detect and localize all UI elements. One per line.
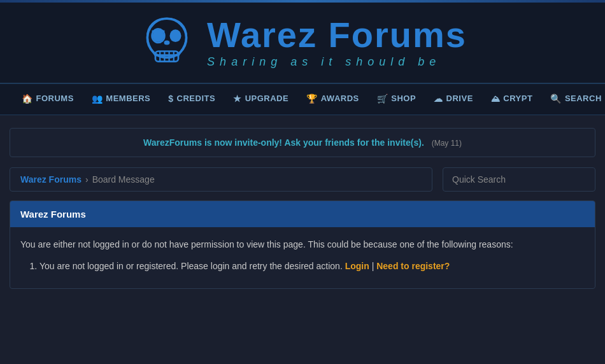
nav-label-shop: SHOP	[391, 94, 416, 103]
nav-label-drive: DRIVE	[446, 94, 473, 103]
nav-label-credits: CREDITS	[177, 94, 216, 103]
breadcrumb: Warez Forums › Board Message	[10, 167, 432, 192]
members-icon: 👥	[92, 94, 103, 104]
upgrade-icon: ★	[233, 94, 242, 104]
site-tagline: Sharing as it should be	[207, 55, 467, 69]
breadcrumb-row: Warez Forums › Board Message	[10, 167, 595, 192]
notice-text: WarezForums is now invite-only! Ask your…	[143, 137, 424, 148]
notice-banner: WarezForums is now invite-only! Ask your…	[10, 128, 595, 157]
reason-item: You are not logged in or registered. Ple…	[39, 259, 585, 274]
nav-item-crypt[interactable]: ⛰ CRYPT	[482, 86, 542, 113]
nav-label-members: MEMBERS	[106, 94, 150, 103]
nav-item-upgrade[interactable]: ★ UPGRADE	[224, 86, 297, 113]
nav-label-awards: AWARDS	[321, 94, 359, 103]
nav-item-search[interactable]: 🔍 SEARCH	[541, 86, 605, 113]
forum-section-body: You are either not logged in or do not h…	[10, 227, 595, 288]
quick-search-input[interactable]	[443, 167, 595, 192]
register-link[interactable]: Need to register?	[376, 261, 450, 271]
nav-label-upgrade: UPGRADE	[245, 94, 289, 103]
logo-text: Warez Forums Sharing as it should be	[207, 17, 467, 69]
svg-point-2	[170, 29, 182, 42]
shop-icon: 🛒	[377, 94, 388, 104]
reason-text: You are not logged in or registered. Ple…	[39, 261, 343, 271]
home-icon: 🏠	[22, 94, 33, 104]
nav-item-shop[interactable]: 🛒 SHOP	[368, 86, 425, 113]
nav-item-forums[interactable]: 🏠 FORUMS	[13, 86, 83, 113]
drive-icon: ☁	[434, 94, 443, 104]
awards-icon: 🏆	[306, 94, 318, 104]
crypt-icon: ⛰	[491, 94, 501, 104]
svg-point-5	[164, 40, 170, 45]
site-title: Warez Forums	[207, 17, 467, 53]
search-icon: 🔍	[550, 94, 562, 104]
nav-item-members[interactable]: 👥 MEMBERS	[83, 86, 159, 113]
reasons-list: You are not logged in or registered. Ple…	[39, 259, 585, 274]
nav-items-list: 🏠 FORUMS 👥 MEMBERS $ CREDITS ★ UPGRADE 🏆…	[13, 86, 605, 113]
main-navbar: 🏠 FORUMS 👥 MEMBERS $ CREDITS ★ UPGRADE 🏆…	[0, 84, 605, 115]
main-content: WarezForums is now invite-only! Ask your…	[3, 128, 602, 289]
logo-container: Warez Forums Sharing as it should be	[138, 14, 467, 71]
credits-icon: $	[168, 94, 173, 104]
breadcrumb-home-link[interactable]: Warez Forums	[20, 174, 82, 185]
nav-item-awards[interactable]: 🏆 AWARDS	[297, 86, 368, 113]
notice-date: (May 11)	[432, 139, 462, 148]
nav-item-drive[interactable]: ☁ DRIVE	[425, 86, 482, 113]
breadcrumb-current: Board Message	[92, 174, 155, 185]
nav-label-forums: FORUMS	[36, 94, 74, 103]
forum-section: Warez Forums You are either not logged i…	[10, 200, 595, 289]
breadcrumb-separator: ›	[85, 174, 89, 185]
nav-label-search: SEARCH	[565, 94, 602, 103]
forum-section-header: Warez Forums	[10, 201, 595, 227]
login-link[interactable]: Login	[345, 261, 369, 271]
nav-label-crypt: CRYPT	[503, 94, 532, 103]
forum-body-text: You are either not logged in or do not h…	[20, 237, 585, 253]
skull-logo-icon	[138, 14, 196, 71]
site-header: Warez Forums Sharing as it should be	[0, 3, 605, 84]
nav-item-credits[interactable]: $ CREDITS	[159, 86, 224, 113]
